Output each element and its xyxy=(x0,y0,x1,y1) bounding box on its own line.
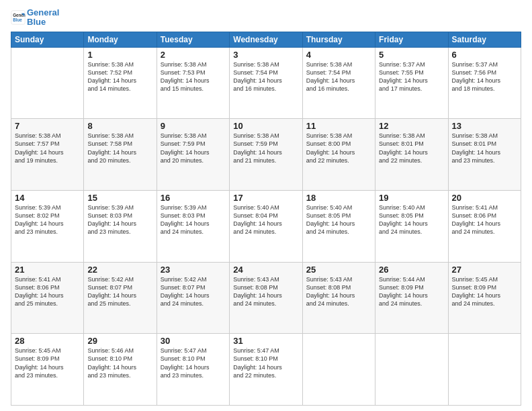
calendar-cell: 14Sunrise: 5:39 AMSunset: 8:02 PMDayligh… xyxy=(11,190,84,262)
calendar-cell: 31Sunrise: 5:47 AMSunset: 8:10 PMDayligh… xyxy=(230,334,302,406)
cell-info: Sunrise: 5:38 AMSunset: 7:57 PMDaylight:… xyxy=(15,132,80,165)
day-number: 23 xyxy=(161,265,226,275)
day-number: 5 xyxy=(379,50,444,60)
calendar-cell: 24Sunrise: 5:43 AMSunset: 8:08 PMDayligh… xyxy=(230,262,302,334)
cell-info: Sunrise: 5:38 AMSunset: 7:59 PMDaylight:… xyxy=(161,132,226,165)
calendar-cell: 29Sunrise: 5:46 AMSunset: 8:10 PMDayligh… xyxy=(84,334,157,406)
cell-info: Sunrise: 5:43 AMSunset: 8:08 PMDaylight:… xyxy=(306,275,371,308)
svg-text:Blue: Blue xyxy=(13,18,22,23)
cell-info: Sunrise: 5:39 AMSunset: 8:02 PMDaylight:… xyxy=(15,203,80,236)
cell-info: Sunrise: 5:42 AMSunset: 8:07 PMDaylight:… xyxy=(87,275,152,308)
weekday-header-thursday: Thursday xyxy=(302,32,375,47)
day-number: 14 xyxy=(15,193,80,203)
cell-info: Sunrise: 5:45 AMSunset: 8:09 PMDaylight:… xyxy=(15,347,80,379)
day-number: 8 xyxy=(87,121,152,131)
cell-info: Sunrise: 5:47 AMSunset: 8:10 PMDaylight:… xyxy=(161,347,226,379)
cell-info: Sunrise: 5:44 AMSunset: 8:09 PMDaylight:… xyxy=(379,275,444,308)
day-number: 15 xyxy=(87,193,152,203)
calendar-cell: 17Sunrise: 5:40 AMSunset: 8:04 PMDayligh… xyxy=(230,190,302,262)
day-number: 7 xyxy=(15,121,80,131)
calendar-cell: 23Sunrise: 5:42 AMSunset: 8:07 PMDayligh… xyxy=(157,262,229,334)
day-number: 28 xyxy=(15,336,80,346)
day-number: 11 xyxy=(306,121,371,131)
calendar-cell: 15Sunrise: 5:39 AMSunset: 8:03 PMDayligh… xyxy=(84,190,157,262)
logo-text: GeneralBlue xyxy=(27,8,59,28)
cell-info: Sunrise: 5:41 AMSunset: 8:06 PMDaylight:… xyxy=(15,275,80,308)
day-number: 21 xyxy=(15,265,80,275)
logo: General Blue GeneralBlue xyxy=(11,8,59,28)
cell-info: Sunrise: 5:37 AMSunset: 7:55 PMDaylight:… xyxy=(379,60,444,93)
calendar-cell: 27Sunrise: 5:45 AMSunset: 8:09 PMDayligh… xyxy=(448,262,521,334)
calendar-table: SundayMondayTuesdayWednesdayThursdayFrid… xyxy=(11,32,521,406)
calendar-cell: 2Sunrise: 5:38 AMSunset: 7:53 PMDaylight… xyxy=(157,47,229,119)
calendar-cell: 11Sunrise: 5:38 AMSunset: 8:00 PMDayligh… xyxy=(302,119,375,191)
calendar-cell: 13Sunrise: 5:38 AMSunset: 8:01 PMDayligh… xyxy=(448,119,521,191)
week-row-4: 21Sunrise: 5:41 AMSunset: 8:06 PMDayligh… xyxy=(11,262,521,334)
day-number: 27 xyxy=(452,265,517,275)
calendar-cell: 12Sunrise: 5:38 AMSunset: 8:01 PMDayligh… xyxy=(375,119,448,191)
cell-info: Sunrise: 5:41 AMSunset: 8:06 PMDaylight:… xyxy=(452,203,517,236)
cell-info: Sunrise: 5:38 AMSunset: 7:59 PMDaylight:… xyxy=(233,132,298,165)
day-number: 4 xyxy=(306,50,371,60)
weekday-header-sunday: Sunday xyxy=(11,32,84,47)
weekday-header-monday: Monday xyxy=(84,32,157,47)
day-number: 26 xyxy=(379,265,444,275)
cell-info: Sunrise: 5:38 AMSunset: 7:54 PMDaylight:… xyxy=(306,60,371,93)
calendar-cell: 8Sunrise: 5:38 AMSunset: 7:58 PMDaylight… xyxy=(84,119,157,191)
calendar-cell: 4Sunrise: 5:38 AMSunset: 7:54 PMDaylight… xyxy=(302,47,375,119)
cell-info: Sunrise: 5:40 AMSunset: 8:05 PMDaylight:… xyxy=(306,203,371,236)
day-number: 17 xyxy=(233,193,298,203)
cell-info: Sunrise: 5:38 AMSunset: 8:01 PMDaylight:… xyxy=(379,132,444,165)
day-number: 29 xyxy=(87,336,152,346)
day-number: 19 xyxy=(379,193,444,203)
cell-info: Sunrise: 5:38 AMSunset: 7:53 PMDaylight:… xyxy=(161,60,226,93)
day-number: 12 xyxy=(379,121,444,131)
calendar-cell: 20Sunrise: 5:41 AMSunset: 8:06 PMDayligh… xyxy=(448,190,521,262)
calendar-cell xyxy=(448,334,521,406)
cell-info: Sunrise: 5:38 AMSunset: 8:01 PMDaylight:… xyxy=(452,132,517,165)
cell-info: Sunrise: 5:43 AMSunset: 8:08 PMDaylight:… xyxy=(233,275,298,308)
cell-info: Sunrise: 5:42 AMSunset: 8:07 PMDaylight:… xyxy=(161,275,226,308)
day-number: 6 xyxy=(452,50,517,60)
calendar-cell: 5Sunrise: 5:37 AMSunset: 7:55 PMDaylight… xyxy=(375,47,448,119)
logo-icon: General Blue xyxy=(11,10,26,25)
cell-info: Sunrise: 5:38 AMSunset: 7:58 PMDaylight:… xyxy=(87,132,152,165)
day-number: 22 xyxy=(87,265,152,275)
day-number: 13 xyxy=(452,121,517,131)
day-number: 16 xyxy=(161,193,226,203)
day-number: 30 xyxy=(161,336,226,346)
calendar-cell: 22Sunrise: 5:42 AMSunset: 8:07 PMDayligh… xyxy=(84,262,157,334)
weekday-header-saturday: Saturday xyxy=(448,32,521,47)
cell-info: Sunrise: 5:38 AMSunset: 8:00 PMDaylight:… xyxy=(306,132,371,165)
calendar-cell: 25Sunrise: 5:43 AMSunset: 8:08 PMDayligh… xyxy=(302,262,375,334)
day-number: 31 xyxy=(233,336,298,346)
calendar-cell xyxy=(302,334,375,406)
week-row-3: 14Sunrise: 5:39 AMSunset: 8:02 PMDayligh… xyxy=(11,190,521,262)
cell-info: Sunrise: 5:37 AMSunset: 7:56 PMDaylight:… xyxy=(452,60,517,93)
calendar-cell xyxy=(375,334,448,406)
calendar-cell xyxy=(11,47,84,119)
weekday-header-row: SundayMondayTuesdayWednesdayThursdayFrid… xyxy=(11,32,521,47)
cell-info: Sunrise: 5:45 AMSunset: 8:09 PMDaylight:… xyxy=(452,275,517,308)
weekday-header-wednesday: Wednesday xyxy=(230,32,302,47)
day-number: 25 xyxy=(306,265,371,275)
page: General Blue GeneralBlue SundayMondayTue… xyxy=(0,0,532,411)
cell-info: Sunrise: 5:38 AMSunset: 7:54 PMDaylight:… xyxy=(233,60,298,93)
weekday-header-tuesday: Tuesday xyxy=(157,32,229,47)
calendar-cell: 7Sunrise: 5:38 AMSunset: 7:57 PMDaylight… xyxy=(11,119,84,191)
calendar-cell: 9Sunrise: 5:38 AMSunset: 7:59 PMDaylight… xyxy=(157,119,229,191)
cell-info: Sunrise: 5:39 AMSunset: 8:03 PMDaylight:… xyxy=(161,203,226,236)
day-number: 20 xyxy=(452,193,517,203)
cell-info: Sunrise: 5:39 AMSunset: 8:03 PMDaylight:… xyxy=(87,203,152,236)
calendar-cell: 3Sunrise: 5:38 AMSunset: 7:54 PMDaylight… xyxy=(230,47,302,119)
calendar-cell: 28Sunrise: 5:45 AMSunset: 8:09 PMDayligh… xyxy=(11,334,84,406)
cell-info: Sunrise: 5:40 AMSunset: 8:05 PMDaylight:… xyxy=(379,203,444,236)
calendar-cell: 26Sunrise: 5:44 AMSunset: 8:09 PMDayligh… xyxy=(375,262,448,334)
week-row-2: 7Sunrise: 5:38 AMSunset: 7:57 PMDaylight… xyxy=(11,119,521,191)
week-row-5: 28Sunrise: 5:45 AMSunset: 8:09 PMDayligh… xyxy=(11,334,521,406)
cell-info: Sunrise: 5:46 AMSunset: 8:10 PMDaylight:… xyxy=(87,347,152,379)
calendar-cell: 10Sunrise: 5:38 AMSunset: 7:59 PMDayligh… xyxy=(230,119,302,191)
calendar-cell: 6Sunrise: 5:37 AMSunset: 7:56 PMDaylight… xyxy=(448,47,521,119)
calendar-cell: 30Sunrise: 5:47 AMSunset: 8:10 PMDayligh… xyxy=(157,334,229,406)
weekday-header-friday: Friday xyxy=(375,32,448,47)
